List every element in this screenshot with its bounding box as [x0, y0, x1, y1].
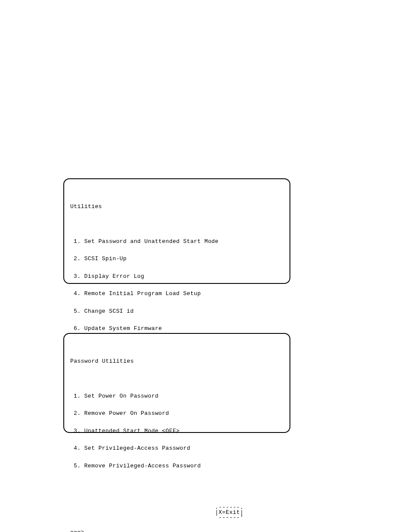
menu-item-remote-ipl-setup[interactable]: 4. Remote Initial Program Load Setup: [70, 291, 283, 297]
password-utilities-panel: Password Utilities 1. Set Power On Passw…: [63, 333, 290, 433]
exit-row: .------. |X=Exit| `------': [70, 492, 283, 516]
menu-item-remove-privileged-password[interactable]: 5. Remove Privileged-Access Password: [70, 463, 283, 469]
menu-item-update-system-firmware[interactable]: 6. Update System Firmware: [70, 326, 283, 332]
password-utilities-panel-inner: Password Utilities 1. Set Power On Passw…: [64, 334, 290, 532]
exit-button[interactable]: .------. |X=Exit| `------': [215, 505, 243, 520]
menu-item-scsi-spinup[interactable]: 2. SCSI Spin-Up: [70, 256, 283, 262]
menu-item-set-poweron-password[interactable]: 1. Set Power On Password: [70, 393, 283, 399]
page: Utilities 1. Set Password and Unattended…: [0, 0, 411, 532]
menu-item-set-privileged-password[interactable]: 4. Set Privileged-Access Password: [70, 445, 283, 451]
menu-item-unattended-start-mode[interactable]: 3. Unattended Start Mode <OFF>: [70, 428, 283, 434]
panel-title: Password Utilities: [70, 358, 283, 364]
menu-item-set-password[interactable]: 1. Set Password and Unattended Start Mod…: [70, 239, 283, 245]
menu-item-display-error-log[interactable]: 3. Display Error Log: [70, 274, 283, 280]
panel-title: Utilities: [70, 204, 283, 210]
menu-item-change-scsi-id[interactable]: 5. Change SCSI id: [70, 308, 283, 314]
utilities-panel: Utilities 1. Set Password and Unattended…: [63, 178, 290, 284]
menu-item-remove-poweron-password[interactable]: 2. Remove Power On Password: [70, 411, 283, 417]
menu-list: 1. Set Power On Password 2. Remove Power…: [70, 382, 283, 481]
command-prompt[interactable]: ===>: [70, 529, 283, 532]
